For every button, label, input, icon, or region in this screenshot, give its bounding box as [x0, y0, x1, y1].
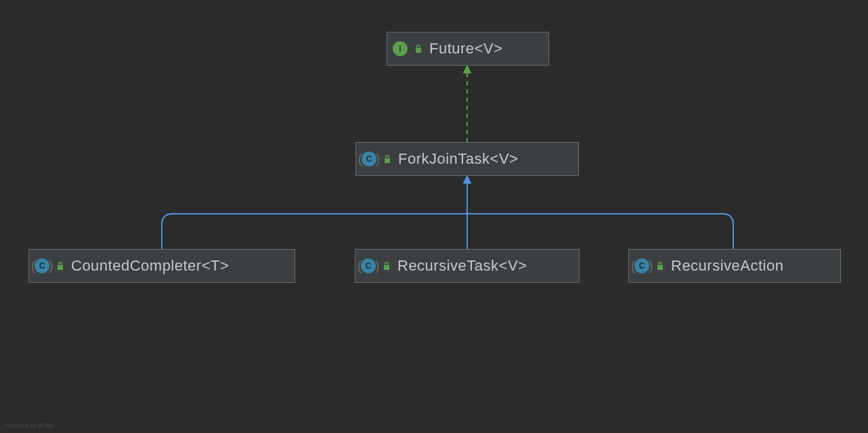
lock-icon: [55, 260, 66, 271]
node-label: Future<V>: [429, 40, 502, 58]
lock-icon: [381, 260, 392, 271]
node-label: RecursiveAction: [671, 257, 783, 275]
class-icon: C: [35, 258, 49, 273]
diagram-canvas: I Future<V> ( C ) ForkJoinTask<V> ( C ) …: [0, 0, 868, 433]
lock-icon: [382, 154, 393, 164]
node-label: ForkJoinTask<V>: [398, 150, 518, 168]
interface-badge: I: [393, 41, 408, 56]
class-icon: C: [361, 258, 376, 273]
node-recursivetask[interactable]: ( C ) RecursiveTask<V>: [355, 249, 580, 283]
node-forkjointask[interactable]: ( C ) ForkJoinTask<V>: [355, 142, 579, 176]
interface-icon: I: [393, 41, 408, 56]
class-badge: ( C ): [35, 258, 49, 273]
node-recursiveaction[interactable]: ( C ) RecursiveAction: [628, 249, 841, 283]
node-countedcompleter[interactable]: ( C ) CountedCompleter<T>: [28, 249, 295, 283]
class-badge: ( C ): [362, 152, 376, 166]
class-badge: ( C ): [361, 258, 376, 273]
class-badge: ( C ): [634, 258, 649, 273]
class-icon: C: [362, 152, 376, 166]
node-future[interactable]: I Future<V>: [387, 32, 549, 66]
edge-extends-bus: [162, 214, 733, 249]
lock-icon: [413, 43, 424, 54]
lock-icon: [655, 260, 666, 271]
node-label: RecursiveTask<V>: [397, 257, 527, 275]
node-label: CountedCompleter<T>: [71, 257, 229, 275]
watermark: Powered by yFiles: [4, 422, 54, 429]
class-icon: C: [634, 258, 649, 273]
